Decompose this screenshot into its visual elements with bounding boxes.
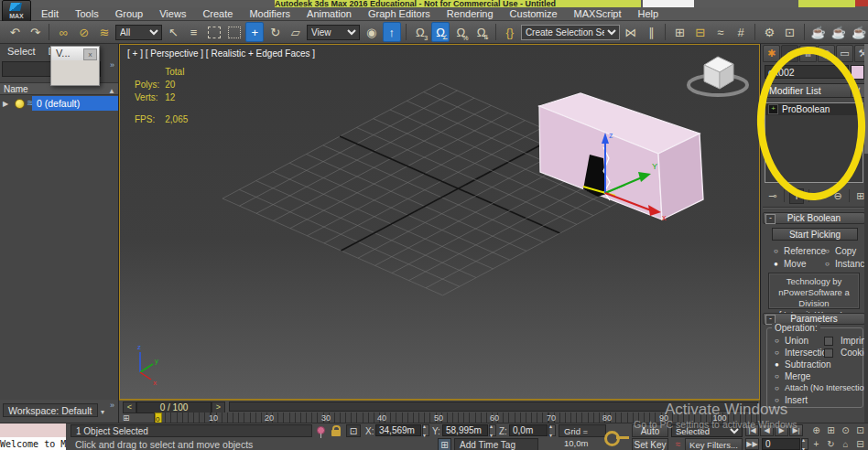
- menu-tools[interactable]: Tools: [67, 8, 107, 19]
- key-filters-button[interactable]: Key Filters...: [685, 438, 743, 450]
- menu-create[interactable]: Create: [194, 8, 241, 19]
- collapse-icon[interactable]: -: [765, 214, 776, 224]
- radio-copy[interactable]: ○Copy: [823, 246, 856, 256]
- pan-icon[interactable]: +: [809, 438, 823, 450]
- absolute-offset-mode-icon[interactable]: ⊡: [346, 424, 361, 437]
- select-and-move-icon[interactable]: +: [245, 22, 264, 42]
- spinner-snap-icon[interactable]: Ω⇅: [472, 22, 491, 42]
- selection-lock-icon[interactable]: [331, 430, 341, 436]
- viewport-label[interactable]: [ + ] [ Perspective ] [ Realistic + Edge…: [127, 48, 315, 59]
- maxscript-listener-pane[interactable]: Welcome to M: [0, 437, 66, 450]
- explorer-layer-row[interactable]: ▶ ≋ 0 (default): [0, 96, 118, 111]
- start-picking-button[interactable]: Start Picking: [772, 228, 858, 241]
- menu-edit[interactable]: Edit: [33, 8, 67, 19]
- render-last-icon[interactable]: ☕: [850, 22, 868, 42]
- previous-frame-button[interactable]: <: [123, 402, 136, 413]
- panel-scrollbar[interactable]: [864, 44, 868, 423]
- y-coordinate-field[interactable]: [442, 424, 488, 436]
- zoom-all-icon[interactable]: ⊞: [824, 424, 838, 436]
- select-and-link-icon[interactable]: ∞: [54, 22, 72, 42]
- rectangular-selection-icon[interactable]: [205, 22, 223, 42]
- current-frame-field[interactable]: [762, 438, 800, 450]
- macro-recorder-pane[interactable]: [0, 423, 66, 438]
- select-and-scale-icon[interactable]: ▱: [287, 22, 305, 42]
- orbit-icon[interactable]: ↻: [824, 438, 838, 450]
- title-search-box[interactable]: [643, 0, 694, 7]
- workspace-dropdown[interactable]: Workspace: Default: [3, 403, 98, 417]
- menu-maxscript[interactable]: MAXScript: [566, 8, 630, 19]
- menu-views[interactable]: Views: [151, 8, 194, 19]
- set-keys-icon[interactable]: [604, 431, 620, 446]
- key-filters-curve-icon[interactable]: ≈: [671, 438, 685, 450]
- render-production-icon[interactable]: ☕: [808, 22, 827, 42]
- key-step-toggle-button[interactable]: ▶▶: [745, 438, 759, 450]
- y-spinner[interactable]: [489, 424, 496, 436]
- pick-boolean-rollout-header[interactable]: - Pick Boolean: [763, 212, 865, 224]
- application-menu-button[interactable]: MAX: [2, 0, 31, 22]
- snaps-toggle-icon[interactable]: Ω3: [411, 22, 429, 42]
- perspective-viewport[interactable]: z Y x z y x [ + ] [ Perspective ] [ Real…: [119, 44, 760, 400]
- floating-mini-window[interactable]: V... x: [50, 46, 100, 86]
- menu-modifiers[interactable]: Modifiers: [241, 8, 298, 19]
- align-icon[interactable]: ∥: [642, 22, 660, 42]
- selection-filter-dropdown[interactable]: All: [115, 25, 162, 40]
- zoom-icon[interactable]: ⊕: [809, 424, 823, 436]
- window-crossing-icon[interactable]: [225, 22, 244, 42]
- menu-customize[interactable]: Customize: [502, 8, 566, 19]
- maximize-viewport-icon[interactable]: ⊟: [853, 438, 867, 450]
- layer-visibility-bulb-icon[interactable]: [15, 99, 25, 109]
- unlink-selection-icon[interactable]: ⊘: [75, 22, 93, 42]
- percent-snap-icon[interactable]: Ω%: [451, 22, 470, 42]
- radio-reference[interactable]: ○Reference: [772, 246, 826, 256]
- keyboard-shortcut-override-icon[interactable]: ↑: [383, 22, 401, 42]
- explorer-select-menu[interactable]: Select: [7, 46, 36, 59]
- time-tag-icon[interactable]: ⊞: [438, 438, 451, 450]
- mini-window-close-icon[interactable]: x: [83, 48, 97, 60]
- named-selection-set-dropdown[interactable]: Create Selection Se: [521, 25, 620, 40]
- pin-stack-icon[interactable]: ⊸: [766, 189, 779, 203]
- select-and-rotate-icon[interactable]: ↻: [266, 22, 284, 42]
- undo-icon[interactable]: ↶: [5, 22, 24, 42]
- select-and-manipulate-icon[interactable]: ◉: [362, 22, 380, 42]
- viewcube[interactable]: [689, 57, 747, 95]
- add-time-tag-field[interactable]: Add Time Tag: [454, 438, 538, 450]
- named-selection-sets-icon[interactable]: {}: [501, 22, 519, 42]
- radio-intersection[interactable]: ○Intersection: [773, 348, 832, 358]
- menu-help[interactable]: Help: [630, 8, 667, 19]
- render-setup-icon[interactable]: ⚙: [760, 22, 778, 42]
- curve-editor-icon[interactable]: ≈: [711, 22, 730, 42]
- expand-arrow-icon[interactable]: ▶: [3, 100, 8, 108]
- workspace-dropdown-arrow-icon[interactable]: ▾: [101, 408, 104, 416]
- mirror-icon[interactable]: ⋈: [622, 22, 640, 42]
- ribbon-toggle-icon[interactable]: ⊟: [691, 22, 710, 42]
- radio-move[interactable]: ●Move: [772, 259, 806, 269]
- radio-instance[interactable]: ○Instance: [823, 259, 868, 269]
- zoom-region-icon[interactable]: ⊡: [853, 424, 867, 436]
- select-by-name-icon[interactable]: ≡: [185, 22, 203, 42]
- frame-spinner[interactable]: [801, 438, 808, 450]
- explorer-more-icon[interactable]: »: [110, 60, 114, 70]
- redo-icon[interactable]: ↷: [26, 22, 44, 42]
- box-object[interactable]: [539, 93, 703, 220]
- set-key-button[interactable]: Set Key: [632, 438, 668, 450]
- radio-attach[interactable]: ○Attach (No Intersections): [773, 383, 868, 392]
- menu-group[interactable]: Group: [107, 8, 152, 19]
- zoom-extents-icon[interactable]: ⊙: [839, 424, 852, 436]
- reference-coordinate-dropdown[interactable]: View: [307, 25, 361, 40]
- radio-merge[interactable]: ○Merge: [773, 371, 810, 381]
- walk-through-icon[interactable]: ⌂: [839, 438, 852, 450]
- render-iterative-icon[interactable]: ☕: [830, 22, 848, 42]
- rendered-frame-window-icon[interactable]: ⊡: [780, 22, 798, 42]
- layer-manager-icon[interactable]: ⊞: [670, 22, 689, 42]
- x-coordinate-field[interactable]: [375, 424, 421, 436]
- select-object-icon[interactable]: ↖: [164, 22, 182, 42]
- isolate-selection-icon[interactable]: [317, 426, 325, 434]
- tab-create-icon[interactable]: ✱: [763, 45, 780, 62]
- radio-union[interactable]: ○Union: [773, 336, 808, 346]
- checkbox-imprint[interactable]: Imprint: [824, 336, 868, 346]
- schematic-view-icon[interactable]: #: [732, 22, 750, 42]
- z-spinner[interactable]: [548, 424, 556, 436]
- menu-animation[interactable]: Animation: [298, 8, 360, 19]
- menu-graph-editors[interactable]: Graph Editors: [360, 8, 439, 19]
- angle-snap-icon[interactable]: Ω∠: [431, 22, 450, 42]
